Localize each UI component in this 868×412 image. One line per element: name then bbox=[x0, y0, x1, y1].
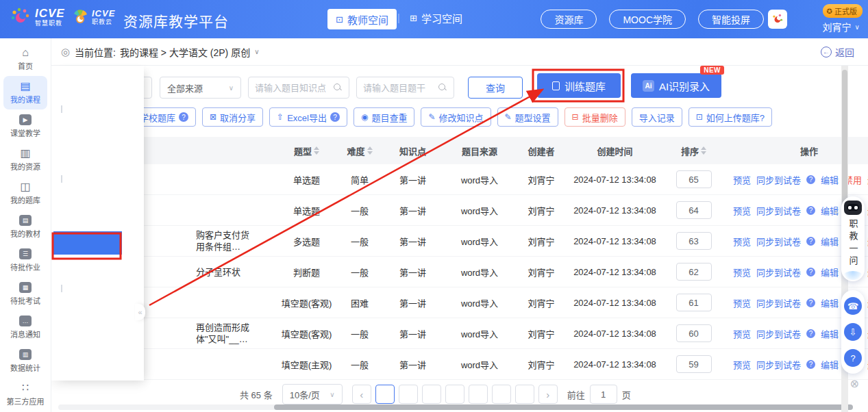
sort-icon[interactable] bbox=[314, 146, 319, 155]
sort-order-input[interactable] bbox=[676, 170, 712, 188]
ai-recognition-entry-button[interactable]: Ai AI识别录入 NEW bbox=[631, 73, 721, 98]
submenu-item[interactable] bbox=[51, 168, 144, 192]
app-launcher-icon[interactable] bbox=[768, 10, 787, 29]
sidebar-item[interactable]: ⌂ 首页 bbox=[3, 42, 47, 76]
col-difficulty[interactable]: 难度 bbox=[336, 144, 384, 157]
toolbar-button[interactable]: 导入记录 ? bbox=[632, 107, 682, 127]
submenu-item[interactable] bbox=[51, 75, 144, 99]
sidebar-item[interactable]: ▥ 我的资源 bbox=[3, 143, 47, 177]
sort-order-input[interactable] bbox=[676, 294, 712, 311]
toolbar-button[interactable]: ✎ 题型设置 ? bbox=[497, 107, 558, 127]
preview-link[interactable]: 预览 bbox=[733, 358, 751, 371]
preview-link[interactable]: 预览 bbox=[733, 173, 751, 186]
sync-to-paper-link[interactable]: 同步到试卷 bbox=[756, 266, 801, 279]
knowledge-point-input[interactable] bbox=[255, 83, 334, 93]
assistant-widget[interactable]: 职教一问 bbox=[841, 196, 865, 281]
help-icon[interactable]: ? bbox=[806, 298, 815, 307]
help-icon[interactable]: ? bbox=[806, 175, 815, 184]
sort-icon[interactable] bbox=[367, 146, 373, 155]
page-size-select[interactable]: 10条/页 ∨ bbox=[282, 384, 343, 404]
help-icon[interactable]: ? bbox=[806, 237, 815, 246]
sort-order-input[interactable] bbox=[676, 355, 712, 373]
page-number-button[interactable] bbox=[469, 385, 488, 404]
toolbar-button[interactable]: ⊡ 如何上传题库? ? bbox=[689, 107, 772, 127]
header-pill-button[interactable]: 智能投屏 bbox=[698, 10, 764, 29]
header-pill-button[interactable]: 资源库 bbox=[541, 10, 597, 29]
toolbar-button[interactable]: ⊠ 取消分享 ? bbox=[202, 107, 263, 127]
sidebar-item[interactable]: ∷ 第三方应用 bbox=[3, 378, 47, 411]
edit-link[interactable]: 编辑 bbox=[821, 327, 839, 340]
customer-service-icon[interactable]: ☎ bbox=[844, 297, 862, 315]
submenu-item[interactable] bbox=[53, 231, 122, 255]
prev-page-button[interactable]: ‹ bbox=[352, 385, 371, 404]
col-question-type[interactable]: 题型 bbox=[277, 144, 336, 157]
close-float-icon[interactable]: ⊗ bbox=[850, 377, 859, 390]
help-icon[interactable]: ? bbox=[330, 112, 340, 122]
sidebar-item[interactable]: … 消息通知 bbox=[3, 311, 47, 344]
sync-to-paper-link[interactable]: 同步到试卷 bbox=[756, 235, 801, 248]
download-icon[interactable]: ⇩ bbox=[844, 323, 862, 341]
help-icon[interactable]: ? bbox=[806, 360, 815, 369]
help-icon[interactable]: ? bbox=[806, 329, 815, 338]
submenu-item[interactable] bbox=[51, 192, 144, 215]
sidebar-item[interactable]: ◫ 我的题库 bbox=[3, 177, 47, 210]
breadcrumb-caret-icon[interactable]: ∨ bbox=[254, 48, 259, 55]
help-icon[interactable]: ? bbox=[179, 112, 188, 122]
help-icon[interactable]: ? bbox=[806, 268, 815, 276]
preview-link[interactable]: 预览 bbox=[733, 296, 751, 309]
sidebar-item[interactable]: ▥ 数据统计 bbox=[3, 344, 47, 378]
edit-link[interactable]: 编辑 bbox=[821, 296, 839, 309]
horizontal-scrollbar-track[interactable] bbox=[58, 404, 841, 410]
source-select[interactable]: 全部来源 ∨ bbox=[160, 77, 241, 99]
sort-order-input[interactable] bbox=[676, 263, 712, 281]
sidebar-item[interactable]: ☰ 待批作业 bbox=[3, 244, 47, 277]
header-pill-button[interactable]: MOOC学院 bbox=[609, 10, 686, 29]
toolbar-button[interactable]: ◉ 题目查重 ? bbox=[354, 107, 415, 127]
submenu-item[interactable] bbox=[51, 324, 144, 348]
sync-to-paper-link[interactable]: 同步到试卷 bbox=[756, 204, 801, 217]
sort-order-input[interactable] bbox=[676, 232, 712, 250]
sidebar-item[interactable]: ▦ 待批考试 bbox=[3, 277, 47, 311]
user-menu[interactable]: 刘宵宁 ∨ bbox=[823, 20, 860, 34]
submenu-item[interactable] bbox=[51, 301, 144, 324]
submenu-item[interactable] bbox=[51, 255, 144, 278]
page-number-button[interactable] bbox=[375, 385, 395, 404]
submenu-item[interactable] bbox=[51, 122, 144, 145]
help-icon[interactable]: ? bbox=[806, 206, 815, 215]
teacher-space-button[interactable]: ⊡ 教师空间 bbox=[327, 9, 397, 29]
training-bank-button[interactable]: 训练题库 bbox=[537, 73, 621, 98]
help-circle-icon[interactable]: ? bbox=[844, 349, 862, 367]
goto-page-input[interactable] bbox=[590, 385, 617, 404]
edit-link[interactable]: 编辑 bbox=[821, 358, 839, 371]
toolbar-button[interactable]: ✎ 修改知识点 ? bbox=[421, 107, 491, 127]
sync-to-paper-link[interactable]: 同步到试卷 bbox=[756, 173, 801, 186]
submenu-item[interactable] bbox=[51, 145, 144, 168]
sync-to-paper-link[interactable]: 同步到试卷 bbox=[756, 358, 801, 371]
submenu-item[interactable] bbox=[51, 278, 144, 301]
sort-icon[interactable] bbox=[701, 146, 706, 155]
sync-to-paper-link[interactable]: 同步到试卷 bbox=[756, 327, 801, 340]
sidebar-item[interactable]: ▶ 课堂教学 bbox=[3, 110, 47, 143]
page-number-button[interactable] bbox=[399, 385, 418, 404]
question-stem-input[interactable] bbox=[363, 83, 438, 93]
edit-link[interactable]: 编辑 bbox=[821, 173, 839, 186]
breadcrumb-path[interactable]: 我的课程 > 大学语文 (2P) 原创 bbox=[120, 45, 250, 59]
preview-link[interactable]: 预览 bbox=[733, 204, 751, 217]
edit-link[interactable]: 编辑 bbox=[821, 235, 839, 248]
sync-to-paper-link[interactable]: 同步到试卷 bbox=[756, 296, 801, 309]
sort-order-input[interactable] bbox=[676, 201, 712, 219]
toolbar-button[interactable]: ⊟ 批量删除 ? bbox=[565, 107, 625, 127]
query-button[interactable]: 查询 bbox=[468, 77, 523, 99]
page-number-button[interactable] bbox=[515, 385, 534, 404]
toolbar-button[interactable]: ⇧ Excel导出 ? bbox=[269, 107, 347, 127]
page-number-button[interactable] bbox=[492, 385, 511, 404]
sort-order-input[interactable] bbox=[676, 324, 712, 342]
horizontal-scrollbar-thumb[interactable] bbox=[274, 404, 853, 410]
submenu-item[interactable] bbox=[51, 99, 144, 122]
preview-link[interactable]: 预览 bbox=[733, 266, 751, 279]
preview-link[interactable]: 预览 bbox=[733, 327, 751, 340]
sidebar-item[interactable]: ▤ 我的课程 bbox=[3, 76, 47, 110]
learning-space-button[interactable]: ⊞ 学习空间 bbox=[410, 11, 462, 25]
col-sort-order[interactable]: 排序 bbox=[665, 144, 723, 157]
edit-link[interactable]: 编辑 bbox=[821, 266, 839, 279]
